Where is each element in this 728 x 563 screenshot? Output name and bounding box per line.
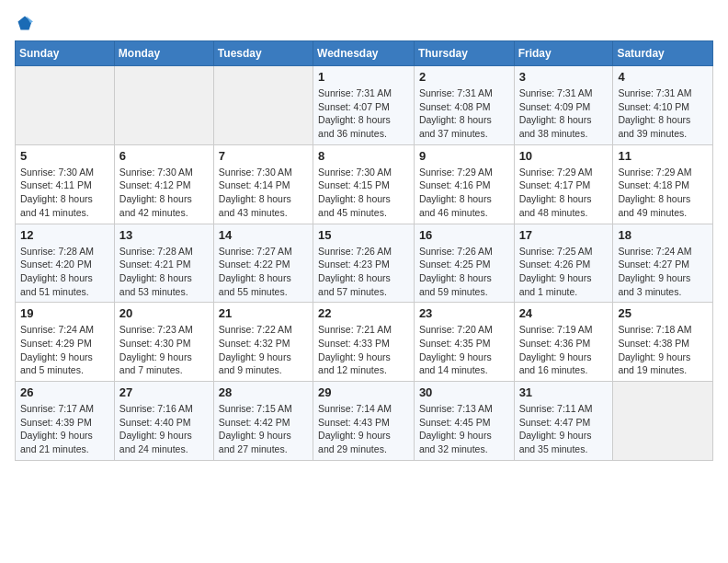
calendar-cell: 25Sunrise: 7:18 AM Sunset: 4:38 PM Dayli… [613,303,713,382]
day-info: Sunrise: 7:28 AM Sunset: 4:20 PM Dayligh… [20,245,109,299]
calendar-cell: 24Sunrise: 7:19 AM Sunset: 4:36 PM Dayli… [514,303,613,382]
day-info: Sunrise: 7:26 AM Sunset: 4:25 PM Dayligh… [419,245,509,299]
calendar-week-row: 26Sunrise: 7:17 AM Sunset: 4:39 PM Dayli… [16,382,713,461]
calendar-cell [213,66,313,145]
calendar-cell: 4Sunrise: 7:31 AM Sunset: 4:10 PM Daylig… [613,66,713,145]
day-number: 10 [519,149,609,163]
day-info: Sunrise: 7:11 AM Sunset: 4:47 PM Dayligh… [519,402,609,456]
calendar-cell: 18Sunrise: 7:24 AM Sunset: 4:27 PM Dayli… [613,224,713,303]
day-info: Sunrise: 7:30 AM Sunset: 4:15 PM Dayligh… [318,166,409,220]
day-info: Sunrise: 7:30 AM Sunset: 4:11 PM Dayligh… [20,166,109,220]
calendar-cell: 12Sunrise: 7:28 AM Sunset: 4:20 PM Dayli… [16,224,115,303]
day-info: Sunrise: 7:27 AM Sunset: 4:22 PM Dayligh… [219,245,308,299]
calendar-cell: 15Sunrise: 7:26 AM Sunset: 4:23 PM Dayli… [313,224,415,303]
calendar-cell: 14Sunrise: 7:27 AM Sunset: 4:22 PM Dayli… [213,224,313,303]
calendar-cell: 20Sunrise: 7:23 AM Sunset: 4:30 PM Dayli… [114,303,213,382]
day-number: 15 [318,228,409,242]
day-info: Sunrise: 7:31 AM Sunset: 4:08 PM Dayligh… [419,86,509,141]
day-number: 31 [519,385,609,399]
day-info: Sunrise: 7:29 AM Sunset: 4:16 PM Dayligh… [419,166,509,220]
day-number: 27 [119,385,209,399]
calendar-cell: 2Sunrise: 7:31 AM Sunset: 4:08 PM Daylig… [414,66,514,145]
day-number: 28 [219,385,308,399]
day-info: Sunrise: 7:15 AM Sunset: 4:42 PM Dayligh… [219,402,308,456]
day-number: 18 [618,228,708,242]
day-info: Sunrise: 7:23 AM Sunset: 4:30 PM Dayligh… [119,323,209,377]
day-number: 4 [618,70,708,84]
calendar-week-row: 1Sunrise: 7:31 AM Sunset: 4:07 PM Daylig… [16,66,713,145]
day-info: Sunrise: 7:26 AM Sunset: 4:23 PM Dayligh… [318,245,409,299]
calendar-cell: 1Sunrise: 7:31 AM Sunset: 4:07 PM Daylig… [313,66,415,145]
day-info: Sunrise: 7:28 AM Sunset: 4:21 PM Dayligh… [119,245,209,299]
day-info: Sunrise: 7:18 AM Sunset: 4:38 PM Dayligh… [618,323,708,377]
day-info: Sunrise: 7:20 AM Sunset: 4:35 PM Dayligh… [419,323,509,377]
day-info: Sunrise: 7:31 AM Sunset: 4:10 PM Dayligh… [618,86,708,141]
header-row: SundayMondayTuesdayWednesdayThursdayFrid… [16,41,713,66]
day-number: 29 [318,385,409,399]
day-number: 23 [419,306,509,320]
day-info: Sunrise: 7:16 AM Sunset: 4:40 PM Dayligh… [119,402,209,456]
day-info: Sunrise: 7:29 AM Sunset: 4:18 PM Dayligh… [618,166,708,220]
weekday-header: Thursday [414,41,514,66]
day-info: Sunrise: 7:25 AM Sunset: 4:26 PM Dayligh… [519,245,609,299]
day-info: Sunrise: 7:17 AM Sunset: 4:39 PM Dayligh… [20,402,109,456]
calendar-cell: 16Sunrise: 7:26 AM Sunset: 4:25 PM Dayli… [414,224,514,303]
weekday-header: Tuesday [213,41,313,66]
day-number: 21 [219,306,308,320]
day-number: 17 [519,228,609,242]
day-info: Sunrise: 7:24 AM Sunset: 4:27 PM Dayligh… [618,245,708,299]
day-number: 2 [419,70,509,84]
day-number: 6 [119,149,209,163]
calendar-week-row: 5Sunrise: 7:30 AM Sunset: 4:11 PM Daylig… [16,144,713,224]
day-number: 3 [519,70,609,84]
day-info: Sunrise: 7:21 AM Sunset: 4:33 PM Dayligh… [318,323,409,377]
day-info: Sunrise: 7:24 AM Sunset: 4:29 PM Dayligh… [20,323,109,377]
calendar-cell: 8Sunrise: 7:30 AM Sunset: 4:15 PM Daylig… [313,144,415,224]
day-number: 7 [219,149,308,163]
calendar-cell: 27Sunrise: 7:16 AM Sunset: 4:40 PM Dayli… [114,382,213,461]
calendar-cell: 3Sunrise: 7:31 AM Sunset: 4:09 PM Daylig… [514,66,613,145]
weekday-header: Saturday [613,41,713,66]
calendar-cell [114,66,213,145]
calendar-cell: 26Sunrise: 7:17 AM Sunset: 4:39 PM Dayli… [16,382,115,461]
day-info: Sunrise: 7:22 AM Sunset: 4:32 PM Dayligh… [219,323,308,377]
day-number: 24 [519,306,609,320]
calendar-week-row: 19Sunrise: 7:24 AM Sunset: 4:29 PM Dayli… [16,303,713,382]
svg-marker-0 [18,17,32,30]
day-info: Sunrise: 7:29 AM Sunset: 4:17 PM Dayligh… [519,166,609,220]
day-number: 25 [618,306,708,320]
calendar-week-row: 12Sunrise: 7:28 AM Sunset: 4:20 PM Dayli… [16,224,713,303]
calendar-cell: 22Sunrise: 7:21 AM Sunset: 4:33 PM Dayli… [313,303,415,382]
logo [15,15,33,31]
weekday-header: Sunday [16,41,115,66]
calendar-cell: 21Sunrise: 7:22 AM Sunset: 4:32 PM Dayli… [213,303,313,382]
header [15,15,713,31]
weekday-header: Wednesday [313,41,415,66]
calendar-table: SundayMondayTuesdayWednesdayThursdayFrid… [15,40,713,461]
calendar-cell [16,66,115,145]
calendar-cell: 28Sunrise: 7:15 AM Sunset: 4:42 PM Dayli… [213,382,313,461]
day-info: Sunrise: 7:30 AM Sunset: 4:12 PM Dayligh… [119,166,209,220]
calendar-cell: 9Sunrise: 7:29 AM Sunset: 4:16 PM Daylig… [414,144,514,224]
day-number: 19 [20,306,109,320]
calendar-cell: 29Sunrise: 7:14 AM Sunset: 4:43 PM Dayli… [313,382,415,461]
day-number: 22 [318,306,409,320]
calendar-cell: 17Sunrise: 7:25 AM Sunset: 4:26 PM Dayli… [514,224,613,303]
calendar-cell: 6Sunrise: 7:30 AM Sunset: 4:12 PM Daylig… [114,144,213,224]
day-number: 30 [419,385,509,399]
day-number: 12 [20,228,109,242]
day-number: 11 [618,149,708,163]
calendar-cell: 13Sunrise: 7:28 AM Sunset: 4:21 PM Dayli… [114,224,213,303]
calendar-cell: 19Sunrise: 7:24 AM Sunset: 4:29 PM Dayli… [16,303,115,382]
logo-icon [17,15,33,31]
day-info: Sunrise: 7:14 AM Sunset: 4:43 PM Dayligh… [318,402,409,456]
calendar-cell: 31Sunrise: 7:11 AM Sunset: 4:47 PM Dayli… [514,382,613,461]
calendar-cell [613,382,713,461]
day-number: 20 [119,306,209,320]
day-number: 14 [219,228,308,242]
day-number: 9 [419,149,509,163]
weekday-header: Monday [114,41,213,66]
day-number: 8 [318,149,409,163]
calendar-cell: 10Sunrise: 7:29 AM Sunset: 4:17 PM Dayli… [514,144,613,224]
day-info: Sunrise: 7:31 AM Sunset: 4:07 PM Dayligh… [318,86,409,141]
